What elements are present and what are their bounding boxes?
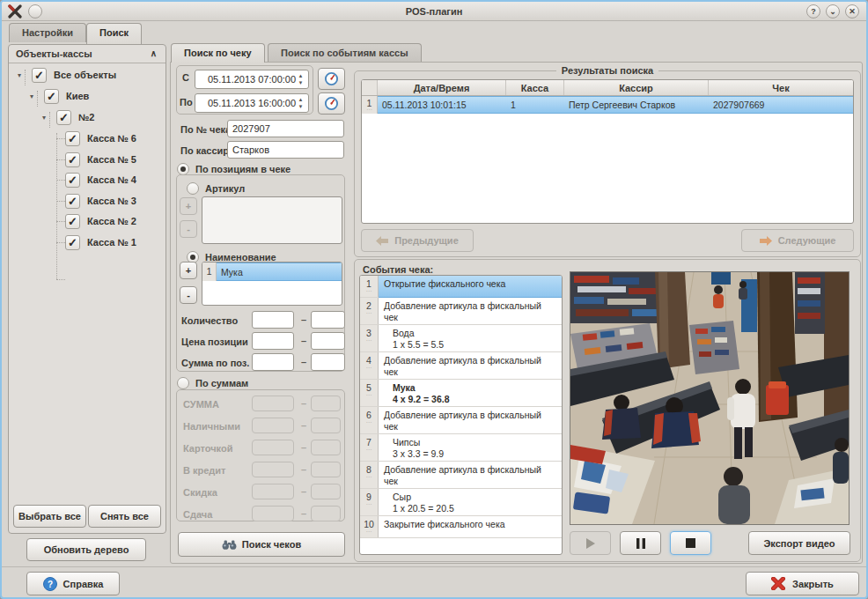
spin-arrows-icon[interactable]: ▲▼ (297, 96, 305, 110)
checkbox-kassa6[interactable]: ✓ (65, 131, 80, 146)
checkbox-all-objects[interactable]: ✓ (32, 68, 47, 83)
event-text: Открытие фискального чека (384, 278, 505, 289)
help-button[interactable]: ? Справка (26, 572, 120, 595)
article-remove-button[interactable]: - (180, 220, 197, 238)
col-receipt[interactable]: Чек (709, 80, 853, 95)
pos-plugin-window: POS-плагин ? ⌄ ✕ Настройки Поиск Объекты… (0, 0, 868, 599)
cashier-input[interactable] (227, 141, 344, 159)
shade-window-button[interactable]: ⌄ (826, 4, 840, 18)
expand-arrow-icon[interactable]: ▾ (18, 71, 25, 79)
stop-button[interactable] (670, 531, 711, 555)
tab-search-by-receipt[interactable]: Поиск по чеку (171, 43, 265, 63)
possum-to-input[interactable] (311, 353, 345, 371)
next-button[interactable]: Следующие (741, 229, 854, 252)
select-all-button[interactable]: Выбрать все (13, 505, 86, 528)
previous-button[interactable]: Предыдущие (361, 229, 474, 252)
close-x-icon (771, 577, 785, 590)
quantity-to-input[interactable] (311, 311, 345, 329)
event-row[interactable]: 10⋯ Закрытие фискального чека (360, 516, 562, 538)
checkbox-kassa1[interactable]: ✓ (65, 235, 80, 250)
name-list[interactable]: 1 Мука (202, 262, 342, 306)
close-button[interactable]: Закрыть (746, 572, 859, 595)
col-datetime[interactable]: Дата/Время (378, 80, 506, 95)
tab-search[interactable]: Поиск (86, 23, 142, 44)
card-label: Карточкой (183, 443, 232, 454)
cctv-video-frame[interactable] (570, 271, 850, 525)
event-row[interactable]: 7⋯ Чипсы3 x 3.3 = 9.9 (360, 434, 562, 462)
checkbox-kassa5[interactable]: ✓ (65, 152, 80, 167)
quantity-from-input[interactable] (252, 311, 294, 329)
expand-arrow-icon[interactable]: ▾ (42, 114, 49, 122)
price-from-input[interactable] (252, 332, 294, 350)
event-row[interactable]: 1⋯ Открытие фискального чека (360, 276, 562, 298)
article-radio-row[interactable]: Артикул (187, 182, 245, 195)
possum-from-input[interactable] (252, 353, 294, 371)
event-text: Добавление артикула в фискальный (384, 300, 541, 311)
row-grip: ⋯ (366, 107, 372, 112)
result-row[interactable]: 1 ⋯ 05.11.2013 10:01:15 1 Петр Сергеевич… (362, 96, 853, 114)
article-radio[interactable] (187, 182, 199, 195)
event-row[interactable]: 3⋯ Вода1 x 5.5 = 5.5 (360, 325, 562, 352)
by-positions-radio-row[interactable]: По позициям в чеке (177, 163, 291, 175)
event-row[interactable]: 4⋯ Добавление артикула в фискальныйчек (360, 352, 562, 380)
export-video-button[interactable]: Экспорт видео (748, 531, 850, 555)
event-row[interactable]: 8⋯ Добавление артикула в фискальныйчек (360, 462, 562, 489)
event-row[interactable]: 9⋯ Сыр1 x 20.5 = 20.5 (360, 489, 562, 516)
close-window-button[interactable]: ✕ (845, 4, 859, 18)
events-list[interactable]: 1⋯ Открытие фискального чека 2⋯ Добавлен… (359, 275, 563, 555)
checkbox-kiev[interactable]: ✓ (44, 89, 59, 104)
from-clock-button[interactable] (318, 68, 345, 90)
tree-node-kassa4[interactable]: ✓ Касса № 4 (65, 172, 136, 188)
col-cashier[interactable]: Кассир (564, 80, 709, 95)
event-row[interactable]: 2⋯ Добавление артикула в фискальныйчек (360, 298, 562, 325)
name-remove-button[interactable]: - (180, 286, 197, 304)
range-dash: – (301, 420, 306, 431)
search-receipts-button[interactable]: Поиск чеков (178, 532, 345, 557)
event-text: чек (384, 421, 398, 432)
name-list-row[interactable]: 1 Мука (202, 263, 342, 281)
tree-node-kassa6[interactable]: ✓ Касса № 6 (65, 130, 136, 146)
help-icon: ? (43, 577, 57, 591)
receipt-number-input[interactable] (227, 120, 344, 137)
pause-button[interactable] (620, 531, 661, 555)
from-datetime-spinbox[interactable]: 05.11.2013 07:00:00 ▲▼ (195, 70, 309, 89)
event-row[interactable]: 6⋯ Добавление артикула в фискальныйчек (360, 407, 562, 434)
checkbox-kassa4[interactable]: ✓ (65, 173, 80, 188)
checkbox-store2[interactable]: ✓ (56, 110, 71, 125)
by-sums-radio[interactable] (177, 377, 189, 389)
refresh-tree-button[interactable]: Обновить дерево (26, 538, 146, 561)
row-number: 1 (202, 263, 217, 281)
tree-node-kassa1[interactable]: ✓ Касса № 1 (65, 234, 136, 250)
tree-node-kassa3[interactable]: ✓ Касса № 3 (65, 193, 136, 209)
by-positions-radio[interactable] (177, 163, 189, 175)
results-table[interactable]: Дата/Время Касса Кассир Чек 1 ⋯ 05.11.20… (361, 79, 854, 224)
tree-node-kiev[interactable]: ▾ ✓ Киев (30, 88, 89, 104)
col-register[interactable]: Касса (506, 80, 564, 95)
play-button[interactable] (570, 531, 611, 555)
to-clock-button[interactable] (318, 92, 345, 115)
deselect-all-button[interactable]: Снять все (88, 505, 161, 528)
price-to-input[interactable] (311, 332, 345, 350)
event-row-highlighted[interactable]: 5⋯ Мука4 x 9.2 = 36.8 (360, 380, 562, 407)
tree-node-kassa5[interactable]: ✓ Касса № 5 (65, 152, 136, 167)
article-add-button[interactable]: + (180, 197, 197, 215)
checkbox-kassa3[interactable]: ✓ (65, 194, 80, 209)
cell-receipt: 2027907669 (709, 96, 853, 114)
spin-arrows-icon[interactable]: ▲▼ (297, 72, 305, 86)
event-item-name: Вода (393, 328, 415, 338)
collapse-panel-icon[interactable]: ∧ (151, 45, 157, 63)
sum-to-input (311, 396, 341, 411)
article-list[interactable] (202, 196, 342, 244)
tree-node-all-objects[interactable]: ▾ ✓ Все объекты (18, 67, 116, 83)
by-sums-radio-row[interactable]: По суммам (177, 377, 248, 389)
clock-icon (324, 96, 339, 111)
help-window-button[interactable]: ? (806, 4, 820, 18)
expand-arrow-icon[interactable]: ▾ (30, 92, 37, 100)
name-add-button[interactable]: + (180, 262, 197, 279)
tree-node-kassa2[interactable]: ✓ Касса № 2 (65, 213, 136, 229)
tree-node-store2[interactable]: ▾ ✓ №2 (42, 109, 94, 125)
to-datetime-spinbox[interactable]: 05.11.2013 16:00:00 ▲▼ (195, 93, 309, 113)
checkbox-kassa2[interactable]: ✓ (65, 214, 80, 229)
tab-search-by-events[interactable]: Поиск по событиям кассы (268, 43, 422, 62)
tab-settings[interactable]: Настройки (9, 23, 86, 42)
